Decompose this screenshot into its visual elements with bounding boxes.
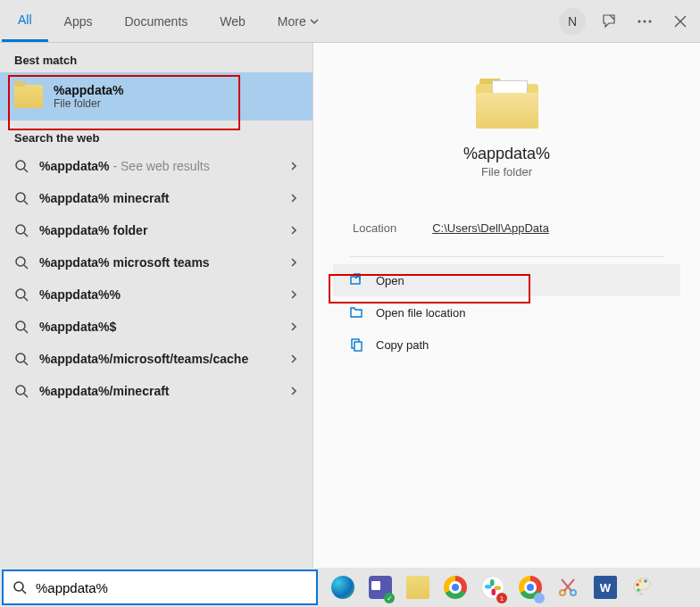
- search-web-header: Search the web: [0, 121, 312, 150]
- location-row: Location C:\Users\Dell\AppData: [349, 214, 664, 257]
- svg-point-14: [14, 582, 23, 591]
- svg-point-24: [637, 588, 640, 592]
- svg-point-4: [16, 193, 25, 202]
- web-result-text: %appdata%%: [39, 287, 279, 302]
- folder-icon-large: [476, 79, 538, 129]
- chevron-right-icon: [289, 289, 298, 300]
- taskbar-slack-icon[interactable]: 1: [475, 570, 511, 605]
- folder-icon: [14, 85, 43, 108]
- open-location-label: Open file location: [376, 306, 465, 320]
- copy-icon: [349, 337, 363, 352]
- chevron-right-icon: [289, 161, 298, 171]
- open-label: Open: [376, 274, 404, 287]
- web-result[interactable]: %appdata%/minecraft: [0, 375, 312, 407]
- svg-point-23: [644, 579, 647, 583]
- web-result-text: %appdata%/minecraft: [39, 384, 279, 398]
- web-result[interactable]: %appdata% microsoft teams: [0, 246, 312, 279]
- chevron-right-icon: [289, 257, 298, 268]
- best-match-title: %appdata%: [54, 83, 124, 97]
- svg-point-10: [16, 386, 25, 395]
- preview-title: %appdata%: [349, 145, 664, 163]
- taskbar-chrome-profile-icon[interactable]: [512, 570, 548, 605]
- search-icon: [14, 320, 29, 334]
- search-icon: [14, 191, 29, 205]
- search-icon: [14, 384, 29, 398]
- taskbar-word-icon[interactable]: W: [588, 570, 623, 605]
- taskbar-search[interactable]: [2, 570, 318, 605]
- search-icon: [14, 352, 29, 366]
- chevron-down-icon: [310, 17, 319, 26]
- web-result[interactable]: %appdata% folder: [0, 214, 312, 246]
- svg-rect-17: [490, 579, 495, 586]
- best-match-header: Best match: [0, 43, 312, 72]
- svg-point-7: [16, 289, 25, 298]
- feedback-icon[interactable]: [591, 4, 627, 39]
- tab-web[interactable]: Web: [204, 2, 262, 41]
- web-result[interactable]: %appdata%$: [0, 311, 312, 343]
- location-value[interactable]: C:\Users\Dell\AppData: [432, 221, 549, 235]
- copy-path-action[interactable]: Copy path: [333, 328, 680, 361]
- svg-point-22: [638, 579, 642, 583]
- open-action[interactable]: Open: [333, 264, 680, 296]
- web-result[interactable]: %appdata%%: [0, 279, 312, 311]
- tab-more[interactable]: More: [262, 2, 335, 41]
- svg-rect-15: [485, 585, 492, 589]
- open-icon: [349, 273, 363, 287]
- svg-rect-13: [354, 342, 362, 351]
- chevron-right-icon: [289, 321, 298, 332]
- close-icon[interactable]: [662, 4, 698, 39]
- web-result[interactable]: %appdata% minecraft: [0, 182, 312, 214]
- filter-tabs: All Apps Documents Web More N: [0, 0, 700, 43]
- taskbar-snip-icon[interactable]: [550, 570, 586, 605]
- search-icon: [12, 580, 27, 595]
- svg-point-1: [644, 20, 646, 22]
- search-input[interactable]: [36, 580, 307, 595]
- svg-point-0: [638, 20, 641, 22]
- svg-point-5: [16, 225, 25, 234]
- tab-all[interactable]: All: [2, 0, 48, 42]
- search-icon: [14, 223, 29, 237]
- folder-open-icon: [349, 305, 363, 320]
- taskbar-paint-icon[interactable]: [625, 570, 661, 605]
- tab-apps[interactable]: Apps: [48, 2, 109, 41]
- user-avatar[interactable]: N: [559, 8, 586, 35]
- web-result-text: %appdata% minecraft: [39, 191, 279, 205]
- best-match-result[interactable]: %appdata% File folder: [0, 72, 312, 121]
- results-panel: Best match %appdata% File folder Search …: [0, 43, 312, 568]
- chevron-right-icon: [289, 353, 298, 364]
- svg-point-21: [636, 583, 639, 586]
- preview-panel: %appdata% File folder Location C:\Users\…: [312, 43, 700, 568]
- web-result-text: %appdata%/microsoft/teams/cache: [39, 352, 279, 366]
- svg-point-6: [16, 257, 25, 266]
- web-result-text: %appdata% - See web results: [39, 159, 279, 173]
- web-result-text: %appdata% folder: [39, 223, 279, 237]
- chevron-right-icon: [289, 225, 298, 236]
- web-result[interactable]: %appdata%/microsoft/teams/cache: [0, 343, 312, 375]
- location-label: Location: [353, 221, 396, 235]
- more-options-icon[interactable]: [627, 4, 662, 39]
- svg-point-2: [649, 20, 652, 22]
- best-match-subtitle: File folder: [54, 97, 124, 110]
- search-icon: [14, 159, 29, 173]
- taskbar-chrome-icon[interactable]: [438, 570, 473, 605]
- taskbar-file-explorer-icon[interactable]: [400, 570, 436, 605]
- open-file-location-action[interactable]: Open file location: [333, 296, 680, 328]
- svg-rect-16: [495, 586, 502, 591]
- svg-point-8: [16, 321, 25, 330]
- web-result-text: %appdata% microsoft teams: [39, 255, 279, 270]
- search-icon: [14, 287, 29, 302]
- taskbar: ✓ 1 W: [0, 568, 700, 607]
- taskbar-teams-icon[interactable]: ✓: [362, 570, 398, 605]
- svg-rect-18: [492, 589, 496, 596]
- web-result[interactable]: %appdata% - See web results: [0, 150, 312, 182]
- svg-point-9: [16, 353, 25, 362]
- chevron-right-icon: [289, 386, 298, 396]
- preview-subtitle: File folder: [349, 165, 664, 179]
- search-icon: [14, 255, 29, 270]
- copy-path-label: Copy path: [376, 338, 429, 352]
- chevron-right-icon: [289, 193, 298, 204]
- web-result-text: %appdata%$: [39, 320, 279, 334]
- svg-point-3: [16, 161, 25, 170]
- tab-documents[interactable]: Documents: [108, 2, 204, 41]
- taskbar-edge-icon[interactable]: [325, 570, 361, 605]
